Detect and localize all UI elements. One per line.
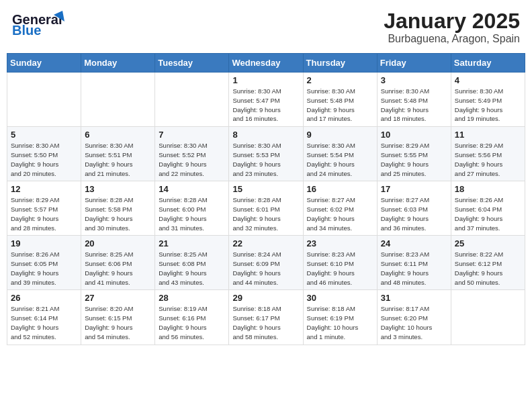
day-number: 10	[381, 130, 447, 140]
day-number: 5	[11, 130, 77, 140]
day-info: Sunrise: 8:28 AM Sunset: 6:01 PM Dayligh…	[232, 195, 299, 232]
day-number: 13	[85, 184, 151, 194]
week-row-4: 26Sunrise: 8:21 AM Sunset: 6:14 PM Dayli…	[7, 290, 525, 345]
weekday-monday: Monday	[81, 54, 155, 73]
day-info: Sunrise: 8:30 AM Sunset: 5:51 PM Dayligh…	[85, 141, 151, 178]
day-info: Sunrise: 8:21 AM Sunset: 6:14 PM Dayligh…	[11, 304, 77, 341]
day-cell	[81, 73, 155, 127]
day-info: Sunrise: 8:29 AM Sunset: 5:57 PM Dayligh…	[11, 195, 77, 232]
week-row-3: 19Sunrise: 8:26 AM Sunset: 6:05 PM Dayli…	[7, 236, 525, 290]
day-number: 6	[85, 130, 151, 140]
day-number: 18	[455, 184, 521, 194]
day-info: Sunrise: 8:30 AM Sunset: 5:50 PM Dayligh…	[11, 141, 77, 178]
day-cell: 11Sunrise: 8:29 AM Sunset: 5:56 PM Dayli…	[451, 127, 525, 181]
day-info: Sunrise: 8:20 AM Sunset: 6:15 PM Dayligh…	[85, 304, 151, 341]
day-number: 31	[381, 293, 447, 303]
week-row-1: 5Sunrise: 8:30 AM Sunset: 5:50 PM Daylig…	[7, 127, 525, 181]
day-info: Sunrise: 8:18 AM Sunset: 6:19 PM Dayligh…	[307, 304, 373, 341]
day-cell	[451, 290, 525, 345]
day-cell: 27Sunrise: 8:20 AM Sunset: 6:15 PM Dayli…	[81, 290, 155, 345]
day-number: 8	[232, 130, 299, 140]
day-number: 29	[232, 293, 299, 303]
day-cell: 16Sunrise: 8:27 AM Sunset: 6:02 PM Dayli…	[303, 181, 377, 236]
day-info: Sunrise: 8:24 AM Sunset: 6:09 PM Dayligh…	[232, 250, 299, 287]
day-cell: 13Sunrise: 8:28 AM Sunset: 5:58 PM Dayli…	[81, 181, 155, 236]
day-info: Sunrise: 8:28 AM Sunset: 6:00 PM Dayligh…	[159, 195, 225, 232]
day-cell: 9Sunrise: 8:30 AM Sunset: 5:54 PM Daylig…	[303, 127, 377, 181]
day-number: 9	[307, 130, 373, 140]
header: General Blue January 2025 Burbaguena, Ar…	[7, 7, 525, 48]
day-cell: 29Sunrise: 8:18 AM Sunset: 6:17 PM Dayli…	[229, 290, 303, 345]
day-number: 17	[381, 184, 447, 194]
day-cell: 1Sunrise: 8:30 AM Sunset: 5:47 PM Daylig…	[229, 73, 303, 127]
day-number: 4	[455, 75, 521, 85]
day-cell: 6Sunrise: 8:30 AM Sunset: 5:51 PM Daylig…	[81, 127, 155, 181]
day-cell: 12Sunrise: 8:29 AM Sunset: 5:57 PM Dayli…	[7, 181, 81, 236]
title-area: January 2025 Burbaguena, Aragon, Spain	[384, 9, 520, 45]
day-info: Sunrise: 8:23 AM Sunset: 6:10 PM Dayligh…	[307, 250, 373, 287]
day-info: Sunrise: 8:30 AM Sunset: 5:52 PM Dayligh…	[159, 141, 225, 178]
day-cell: 10Sunrise: 8:29 AM Sunset: 5:55 PM Dayli…	[377, 127, 451, 181]
day-info: Sunrise: 8:25 AM Sunset: 6:08 PM Dayligh…	[159, 250, 225, 287]
day-info: Sunrise: 8:30 AM Sunset: 5:53 PM Dayligh…	[232, 141, 299, 178]
day-cell: 31Sunrise: 8:17 AM Sunset: 6:20 PM Dayli…	[377, 290, 451, 345]
weekday-wednesday: Wednesday	[229, 54, 303, 73]
day-info: Sunrise: 8:19 AM Sunset: 6:16 PM Dayligh…	[159, 304, 225, 341]
weekday-header-row: SundayMondayTuesdayWednesdayThursdayFrid…	[7, 54, 525, 73]
day-number: 3	[381, 75, 447, 85]
day-number: 2	[307, 75, 373, 85]
day-cell: 19Sunrise: 8:26 AM Sunset: 6:05 PM Dayli…	[7, 236, 81, 290]
weekday-friday: Friday	[377, 54, 451, 73]
day-cell: 22Sunrise: 8:24 AM Sunset: 6:09 PM Dayli…	[229, 236, 303, 290]
page: General Blue January 2025 Burbaguena, Ar…	[0, 0, 532, 411]
day-cell: 28Sunrise: 8:19 AM Sunset: 6:16 PM Dayli…	[155, 290, 229, 345]
calendar-table: SundayMondayTuesdayWednesdayThursdayFrid…	[7, 53, 525, 345]
day-cell: 8Sunrise: 8:30 AM Sunset: 5:53 PM Daylig…	[229, 127, 303, 181]
day-info: Sunrise: 8:30 AM Sunset: 5:49 PM Dayligh…	[455, 87, 521, 124]
week-row-2: 12Sunrise: 8:29 AM Sunset: 5:57 PM Dayli…	[7, 181, 525, 236]
day-cell: 26Sunrise: 8:21 AM Sunset: 6:14 PM Dayli…	[7, 290, 81, 345]
day-number: 19	[11, 238, 77, 248]
day-cell: 20Sunrise: 8:25 AM Sunset: 6:06 PM Dayli…	[81, 236, 155, 290]
day-cell: 24Sunrise: 8:23 AM Sunset: 6:11 PM Dayli…	[377, 236, 451, 290]
day-number: 24	[381, 238, 447, 248]
weekday-saturday: Saturday	[451, 54, 525, 73]
day-info: Sunrise: 8:27 AM Sunset: 6:03 PM Dayligh…	[381, 195, 447, 232]
day-number: 25	[455, 238, 521, 248]
day-cell: 15Sunrise: 8:28 AM Sunset: 6:01 PM Dayli…	[229, 181, 303, 236]
day-number: 28	[159, 293, 225, 303]
day-cell: 5Sunrise: 8:30 AM Sunset: 5:50 PM Daylig…	[7, 127, 81, 181]
day-number: 20	[85, 238, 151, 248]
day-number: 16	[307, 184, 373, 194]
weekday-sunday: Sunday	[7, 54, 81, 73]
day-number: 15	[232, 184, 299, 194]
day-cell: 21Sunrise: 8:25 AM Sunset: 6:08 PM Dayli…	[155, 236, 229, 290]
day-number: 11	[455, 130, 521, 140]
day-info: Sunrise: 8:22 AM Sunset: 6:12 PM Dayligh…	[455, 250, 521, 287]
day-number: 26	[11, 293, 77, 303]
day-cell: 17Sunrise: 8:27 AM Sunset: 6:03 PM Dayli…	[377, 181, 451, 236]
day-number: 23	[307, 238, 373, 248]
day-cell	[155, 73, 229, 127]
day-info: Sunrise: 8:26 AM Sunset: 6:05 PM Dayligh…	[11, 250, 77, 287]
day-info: Sunrise: 8:23 AM Sunset: 6:11 PM Dayligh…	[381, 250, 447, 287]
logo: General Blue	[12, 9, 66, 39]
day-number: 30	[307, 293, 373, 303]
month-title: January 2025	[384, 9, 520, 33]
day-info: Sunrise: 8:18 AM Sunset: 6:17 PM Dayligh…	[232, 304, 299, 341]
day-info: Sunrise: 8:27 AM Sunset: 6:02 PM Dayligh…	[307, 195, 373, 232]
day-info: Sunrise: 8:29 AM Sunset: 5:55 PM Dayligh…	[381, 141, 447, 178]
day-number: 7	[159, 130, 225, 140]
day-cell: 30Sunrise: 8:18 AM Sunset: 6:19 PM Dayli…	[303, 290, 377, 345]
day-cell: 4Sunrise: 8:30 AM Sunset: 5:49 PM Daylig…	[451, 73, 525, 127]
day-number: 1	[232, 75, 299, 85]
day-cell: 7Sunrise: 8:30 AM Sunset: 5:52 PM Daylig…	[155, 127, 229, 181]
day-cell: 23Sunrise: 8:23 AM Sunset: 6:10 PM Dayli…	[303, 236, 377, 290]
day-cell: 14Sunrise: 8:28 AM Sunset: 6:00 PM Dayli…	[155, 181, 229, 236]
day-info: Sunrise: 8:30 AM Sunset: 5:47 PM Dayligh…	[232, 87, 299, 124]
logo-svg: General Blue	[12, 9, 66, 39]
day-cell: 18Sunrise: 8:26 AM Sunset: 6:04 PM Dayli…	[451, 181, 525, 236]
day-info: Sunrise: 8:26 AM Sunset: 6:04 PM Dayligh…	[455, 195, 521, 232]
week-row-0: 1Sunrise: 8:30 AM Sunset: 5:47 PM Daylig…	[7, 73, 525, 127]
day-info: Sunrise: 8:30 AM Sunset: 5:48 PM Dayligh…	[307, 87, 373, 124]
